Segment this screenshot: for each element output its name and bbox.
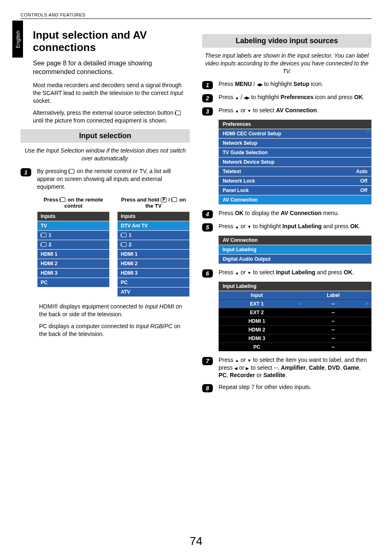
subhead-labeling: Labeling video input sources xyxy=(202,34,371,48)
input-label-row: EXT 1--◀▶ xyxy=(219,299,371,308)
page-number: 74 xyxy=(0,535,392,548)
subhead2-note: These input labels are shown in the inpu… xyxy=(202,52,371,75)
scroll-up-icon: ▲ xyxy=(366,129,370,133)
tbl-left-caption: Press on the remote control xyxy=(37,197,110,210)
source-icon xyxy=(175,111,181,115)
prefs-row: AV Connection xyxy=(219,195,371,204)
down-icon xyxy=(247,107,251,114)
step-badge: 5 xyxy=(202,223,213,232)
prefs-row: Network LockOff xyxy=(219,176,371,185)
language-tab: English xyxy=(12,21,23,58)
page-title: Input selection and AV connections xyxy=(33,29,190,54)
input-label-row: HDMI 1-- xyxy=(219,317,371,325)
avc-row: Input Labeling xyxy=(219,245,371,254)
down-icon xyxy=(247,357,251,363)
left-right-icon xyxy=(257,81,263,87)
right-step-3: 3 Press or to select AV Connection. xyxy=(202,107,371,116)
right-step-2: 2 Press / to highlight Preferences icon … xyxy=(202,93,371,102)
left-icon xyxy=(234,364,238,371)
right-step-1: 1 Press MENU / to highlight Setup icon. xyxy=(202,80,371,89)
step-badge: 8 xyxy=(202,384,213,392)
right-step-5: 5 Press or to highlight Input Labeling a… xyxy=(202,222,371,232)
right-column: Labeling video input sources These input… xyxy=(202,29,371,396)
source-icon xyxy=(60,197,65,202)
left-column: Input selection and AV connections See p… xyxy=(21,29,190,396)
scroll-down-icon: ▼ xyxy=(366,199,370,204)
avc-row: Digital Audio Output xyxy=(219,254,371,264)
input-label-row: EXT 2-- xyxy=(219,308,371,317)
up-icon xyxy=(235,94,239,100)
right-step-6: 6 Press or to select Input Labeling and … xyxy=(202,269,371,278)
left-step-1: 1 By pressing on the remote control or T… xyxy=(21,167,190,191)
step-badge: 3 xyxy=(202,107,213,116)
language-tab-label: English xyxy=(15,30,21,48)
input-tables: Press on the remote control Inputs TV 1 … xyxy=(37,197,190,297)
prefs-row: Network Setup xyxy=(219,138,371,148)
para-hdmi: HDMI® displays equipment connected to In… xyxy=(21,303,190,318)
down-icon xyxy=(247,269,251,276)
para-scart: Most media recorders and decoders send a… xyxy=(33,81,190,105)
up-icon xyxy=(235,357,239,363)
header-rule xyxy=(21,19,371,19)
step-badge: 1 xyxy=(202,81,213,89)
source-icon xyxy=(69,169,74,174)
input-label-row: PC-- xyxy=(219,343,371,351)
av-connection-panel: AV Connection Input LabelingDigital Audi… xyxy=(219,236,371,264)
lead-text: See page 8 for a detailed image showing … xyxy=(33,59,190,76)
step-badge: 6 xyxy=(202,269,213,278)
step-badge: 2 xyxy=(202,94,213,102)
prefs-row: TeletextAuto xyxy=(219,167,371,176)
up-icon xyxy=(235,269,239,276)
input-labeling-panel: Input Labeling Input Label EXT 1--◀▶EXT … xyxy=(219,282,371,351)
prefs-row: HDMI CEC Control Setup xyxy=(219,129,371,138)
source-icon xyxy=(41,233,46,237)
step-badge: 7 xyxy=(202,357,213,365)
source-icon xyxy=(121,233,127,237)
right-step-8: 8 Repeat step 7 for other video inputs. xyxy=(202,383,371,392)
inputs-remote-table: Inputs TV 1 2 HDMI 1 HDMI 2 HDMI 3 PC xyxy=(37,211,110,287)
step-badge: 4 xyxy=(202,210,213,218)
preferences-panel: Preferences HDMI CEC Control SetupNetwor… xyxy=(219,120,371,204)
up-icon xyxy=(235,223,239,229)
up-icon xyxy=(235,107,239,114)
input-label-row: HDMI 3-- xyxy=(219,334,371,343)
down-icon xyxy=(247,223,251,229)
right-step-4: 4 Press OK to display the AV Connection … xyxy=(202,209,371,218)
source-icon xyxy=(121,242,127,247)
prefs-row: TV Guide Selection xyxy=(219,148,371,157)
step-badge: 1 xyxy=(21,168,31,176)
right-step-7: 7 Press or to select the item you want t… xyxy=(202,356,371,380)
input-label-row: HDMI 2-- xyxy=(219,325,371,334)
subhead-note: Use the Input Selection window if the te… xyxy=(21,147,190,162)
subhead-input-selection: Input selection xyxy=(21,129,190,143)
prefs-row: Network Device Setup xyxy=(219,157,371,167)
tbl-right-caption: Press and hold P / on the TV xyxy=(117,197,190,210)
para-pc: PC displays a computer connected to Inpu… xyxy=(21,322,190,338)
inputs-tv-table: Inputs DTV Ant TV 1 2 HDMI 1 HDMI 2 HDMI… xyxy=(117,211,190,297)
source-icon xyxy=(171,197,177,202)
source-icon xyxy=(41,242,46,247)
left-right-icon xyxy=(244,94,249,100)
para-alt: Alternatively, press the external source… xyxy=(33,109,190,125)
section-header: CONTROLS AND FEATURES xyxy=(21,12,371,19)
prefs-row: Panel LockOff xyxy=(219,185,371,195)
p-button-icon: P xyxy=(161,197,167,202)
